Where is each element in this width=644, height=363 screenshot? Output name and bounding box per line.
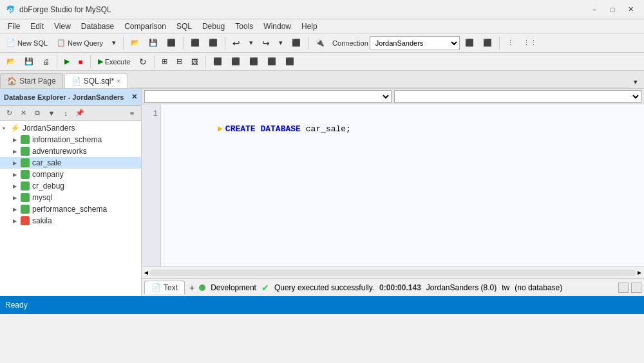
result-btn2[interactable] [631, 283, 641, 293]
h-scroll-track[interactable] [149, 270, 636, 276]
menu-item-file[interactable]: File [3, 21, 25, 32]
root-server-icon: ⚡ [10, 124, 20, 133]
menu-item-help[interactable]: Help [296, 21, 323, 32]
sidebar-filter2-btn[interactable]: ↕ [59, 107, 72, 119]
status-bar: Ready [0, 296, 644, 314]
h-scroll-left-icon[interactable]: ◄ [143, 269, 149, 276]
menu-item-window[interactable]: Window [258, 21, 296, 32]
separator4 [308, 37, 308, 50]
tree-db-car_sale[interactable]: ▶ car_sale [0, 157, 141, 169]
new-sql-button[interactable]: 📄 New SQL [3, 37, 52, 49]
img-btn[interactable]: 🖼 [187, 56, 202, 68]
result-info: Development ✔ Query executed successfull… [199, 283, 641, 293]
open2-btn[interactable]: 📂 [3, 55, 19, 68]
more-btn2[interactable]: ⋮⋮ [519, 37, 541, 49]
h-scroll-right-icon[interactable]: ► [636, 269, 643, 276]
sidebar-filter-btn[interactable]: ▼ [45, 107, 58, 119]
conn-btn1[interactable]: ⬛ [461, 37, 478, 49]
content-area: 1 ►CREATE DATABASE car_sale; ◄ ► 📄 Text … [142, 89, 644, 296]
undo-drop[interactable]: ▾ [245, 37, 257, 49]
toolbar2: 📂 💾 🖨 ▶ ■ ▶ New Query Execute ↻ ⊞ ⊟ 🖼 ⬛ … [0, 53, 644, 71]
tree-db-company[interactable]: ▶ company [0, 169, 141, 180]
tab-menu-btn[interactable]: ▾ [630, 76, 641, 88]
tree-root[interactable]: ▾ ⚡ JordanSanders [0, 122, 141, 134]
menu-item-tools[interactable]: Tools [230, 21, 258, 32]
editor-area[interactable]: 1 ►CREATE DATABASE car_sale; [142, 104, 644, 266]
menu-item-comparison[interactable]: Comparison [119, 21, 171, 32]
db-label-mysql: mysql [32, 193, 52, 202]
sql-tab-icon: 📄 [71, 77, 81, 86]
menu-item-database[interactable]: Database [76, 21, 119, 32]
sidebar-delete-btn[interactable]: ✕ [17, 107, 30, 119]
close-button[interactable]: ✕ [622, 3, 639, 16]
result-btn1[interactable] [618, 283, 629, 293]
new-query-button[interactable]: 📋 New Query [53, 37, 107, 49]
misc-btn3[interactable]: ⬛ [245, 55, 262, 68]
editor-content[interactable]: ►CREATE DATABASE car_sale; [165, 109, 639, 149]
dropdown-btn1[interactable]: ▾ [108, 37, 120, 49]
maximize-button[interactable]: □ [604, 3, 621, 16]
stop-btn[interactable]: ■ [75, 56, 87, 68]
misc-btn5[interactable]: ⬛ [281, 55, 298, 68]
menu-item-debug[interactable]: Debug [197, 21, 230, 32]
tree-db-adventureworks[interactable]: ▶ adventureworks [0, 145, 141, 157]
open-button[interactable]: 📂 [127, 37, 144, 49]
misc-btn4[interactable]: ⬛ [263, 55, 280, 68]
tab-sql[interactable]: 📄 SQL.sql* × [64, 73, 128, 88]
separator1 [123, 37, 124, 50]
start-page-icon: 🏠 [7, 77, 17, 86]
db-label-sak: sakila [32, 216, 52, 225]
grid2-btn[interactable]: ⊟ [173, 55, 186, 68]
db-expand-icon-info: ▶ [13, 137, 19, 143]
grid-btn[interactable]: ⊞ [158, 55, 171, 68]
menu-item-view[interactable]: View [49, 21, 76, 32]
sidebar-copy-btn[interactable]: ⧉ [31, 107, 44, 119]
save-button[interactable]: 💾 [145, 37, 162, 49]
keyword-database: DATABASE [260, 124, 300, 134]
save-all-button[interactable]: ⬛ [163, 37, 180, 49]
text-tab-icon: 📄 [151, 283, 161, 292]
schema-select-left[interactable] [144, 90, 392, 103]
connection-icon-btn[interactable]: 🔌 [312, 37, 328, 49]
refresh-btn[interactable]: ↻ [135, 55, 151, 69]
misc-btn1[interactable]: ⬛ [209, 55, 226, 68]
tab-close-icon[interactable]: × [117, 78, 120, 85]
sql-tab-label: SQL.sql* [84, 77, 114, 86]
line-number-1: 1 [153, 109, 158, 118]
execute-button[interactable]: ▶ New Query Execute [94, 55, 135, 68]
tab-start-page[interactable]: 🏠 Start Page [0, 73, 63, 88]
tree-db-sakila[interactable]: ▶ sakila [0, 215, 141, 227]
menu-bar: FileEditViewDatabaseComparisonSQLDebugTo… [0, 19, 644, 33]
db-button2[interactable]: ⬛ [205, 37, 222, 49]
conn-btn2[interactable]: ⬛ [479, 37, 496, 49]
nav-btn[interactable]: ⬛ [288, 37, 305, 49]
undo-btn[interactable]: ↩ [229, 36, 244, 50]
more-btn[interactable]: ⋮ [503, 37, 518, 49]
tab-bar: 🏠 Start Page 📄 SQL.sql* × ▾ [0, 71, 644, 89]
schema-select-right[interactable] [394, 90, 641, 103]
sidebar-close-icon[interactable]: ✕ [131, 93, 137, 101]
menu-item-sql[interactable]: SQL [171, 21, 197, 32]
redo-drop[interactable]: ▾ [275, 37, 287, 49]
result-tab-text[interactable]: 📄 Text [144, 281, 185, 294]
tree-db-information_schema[interactable]: ▶ information_schema [0, 134, 141, 145]
sidebar-refresh-btn[interactable]: ↻ [3, 107, 15, 119]
tree-db-mysql[interactable]: ▶ mysql [0, 192, 141, 203]
redo-btn[interactable]: ↪ [258, 36, 274, 50]
save2-btn[interactable]: 💾 [21, 55, 37, 68]
h-scroll[interactable]: ◄ ► [142, 266, 644, 278]
add-tab-button[interactable]: + [186, 282, 198, 293]
run-btn[interactable]: ▶ [61, 55, 73, 68]
print-btn[interactable]: 🖨 [39, 56, 53, 68]
sidebar-pin-btn[interactable]: 📌 [73, 107, 86, 119]
menu-item-edit[interactable]: Edit [25, 21, 49, 32]
db-button1[interactable]: ⬛ [187, 37, 204, 49]
sidebar-menu-btn[interactable]: ≡ [126, 107, 138, 119]
tree-db-cr_debug[interactable]: ▶ cr_debug [0, 180, 141, 192]
misc-btn2[interactable]: ⬛ [227, 55, 244, 68]
tab-bar-end [129, 88, 630, 88]
minimize-button[interactable]: − [586, 3, 603, 16]
tree-db-perf[interactable]: ▶ performance_schema [0, 203, 141, 215]
connection-select[interactable]: JordanSanders [370, 36, 460, 50]
db-label-comp: company [32, 170, 64, 179]
